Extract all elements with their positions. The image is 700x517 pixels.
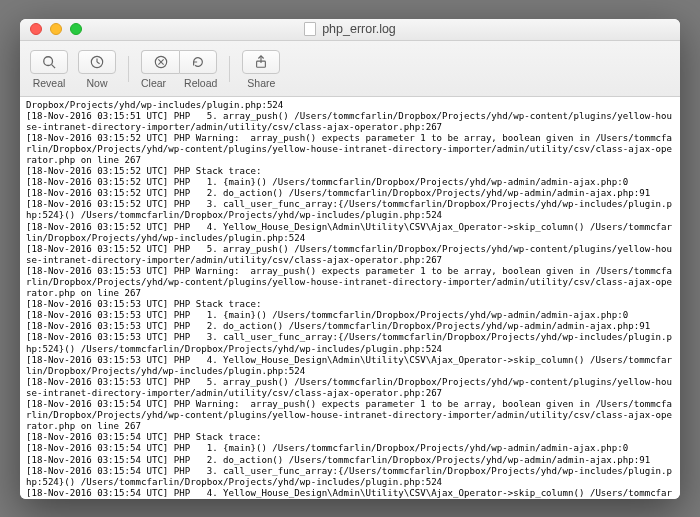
svg-point-0	[44, 56, 53, 65]
toolbar-separator	[128, 56, 129, 82]
now-label: Now	[86, 77, 107, 89]
maximize-icon[interactable]	[70, 23, 82, 35]
reload-label: Reload	[184, 77, 217, 89]
window-controls	[20, 23, 82, 35]
app-window: php_error.log Reveal Now	[20, 19, 680, 499]
titlebar[interactable]: php_error.log	[20, 19, 680, 41]
reload-icon	[191, 55, 205, 69]
clear-label: Clear	[141, 77, 166, 89]
tb-share: Share	[242, 50, 280, 89]
share-label: Share	[247, 77, 275, 89]
document-icon	[304, 22, 316, 36]
tb-reveal: Reveal	[30, 50, 68, 89]
reload-button[interactable]	[179, 50, 217, 74]
clear-button[interactable]	[141, 50, 179, 74]
share-button[interactable]	[242, 50, 280, 74]
svg-line-1	[52, 64, 56, 68]
close-icon[interactable]	[30, 23, 42, 35]
clock-icon	[90, 55, 104, 69]
magnifier-icon	[42, 55, 56, 69]
now-button[interactable]	[78, 50, 116, 74]
window-title: php_error.log	[322, 22, 396, 36]
reveal-label: Reveal	[33, 77, 66, 89]
log-content[interactable]: Dropbox/Projects/yhd/wp-includes/plugin.…	[20, 97, 680, 499]
tb-now: Now	[78, 50, 116, 89]
clear-icon	[154, 55, 168, 69]
window-title-wrap: php_error.log	[20, 22, 680, 36]
tb-clear-reload: Clear Reload	[141, 50, 217, 89]
share-icon	[254, 55, 268, 69]
toolbar: Reveal Now Clear Reload	[20, 41, 680, 97]
toolbar-separator-2	[229, 56, 230, 82]
svg-line-4	[97, 62, 100, 64]
reveal-button[interactable]	[30, 50, 68, 74]
minimize-icon[interactable]	[50, 23, 62, 35]
